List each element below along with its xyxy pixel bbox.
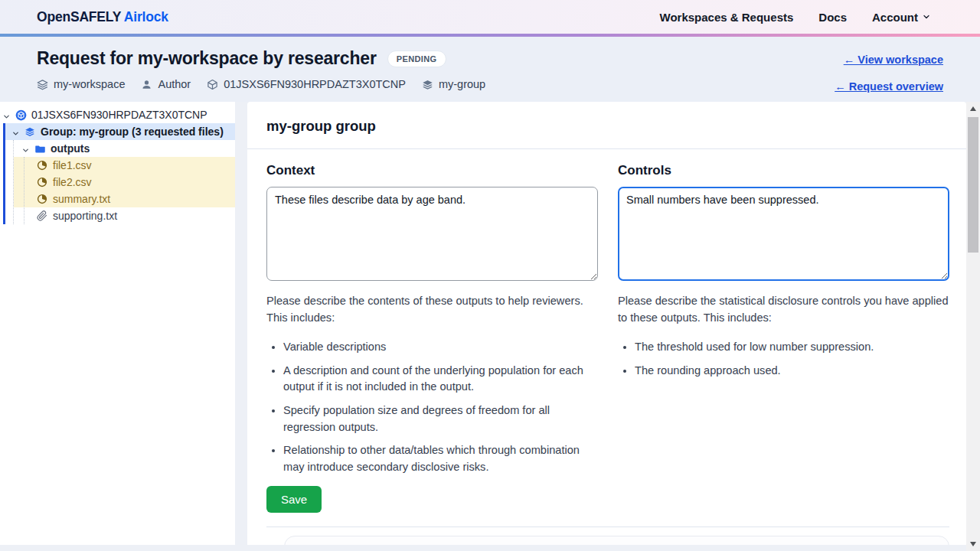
tree-item-file2-csv[interactable]: file2.csv [14,174,235,191]
controls-help-item: The threshold used for low number suppre… [635,339,949,356]
nav-link-workspaces[interactable]: Workspaces & Requests [660,11,794,24]
user-icon [141,79,152,90]
tree-item-file1-csv[interactable]: file1.csv [14,157,235,174]
brand-secondary: Airlock [124,9,168,24]
tree-item-label: file2.csv [53,176,92,188]
request-meta-row: my-workspace Author 01JSXS6FN930HRPDAZT3… [37,78,485,90]
group-detail-panel: my-group group Context These files descr… [247,102,966,545]
cube-icon [207,79,218,90]
controls-help-text: Please describe the statistical disclosu… [618,293,949,326]
top-navbar: OpenSAFELY Airlock Workspaces & Requests… [0,0,980,34]
controls-column: Controls Small numbers have been suppres… [618,163,949,475]
request-header-left: Request for my-workspace by researcher P… [37,48,485,102]
output-file-icon [37,177,48,188]
context-column: Context These files describe data by age… [266,163,598,475]
meta-workspace-label: my-workspace [54,78,125,90]
brand-logo[interactable]: OpenSAFELY Airlock [37,9,168,25]
layers-filled-icon [422,79,433,90]
meta-author: Author [141,78,191,90]
file-tree-sidebar: 01JSXS6FN930HRPDAZT3X0TCNP Group: my-gro… [0,102,235,545]
nav-link-account[interactable]: Account [872,11,931,24]
context-help-item: Variable descriptions [283,339,598,356]
meta-request-id: 01JSXS6FN930HRPDAZT3X0TCNP [207,78,406,90]
tree-guide-line [24,157,24,224]
paperclip-icon [37,210,48,222]
group-panel-title: my-group group [247,102,966,148]
request-header: Request for my-workspace by researcher P… [0,37,980,102]
file-tree: 01JSXS6FN930HRPDAZT3X0TCNP Group: my-gro… [0,102,235,224]
scrollbar[interactable] [966,102,980,551]
cube-badge-icon [15,109,27,121]
brand-primary: OpenSAFELY [37,9,121,24]
tree-item-request-root[interactable]: 01JSXS6FN930HRPDAZT3X0TCNP [0,106,235,123]
meta-workspace: my-workspace [37,78,125,90]
controls-heading: Controls [618,163,949,178]
nav-links: Workspaces & Requests Docs Account [660,11,931,24]
tree-item-label: Group: my-group (3 requested files) [41,126,224,138]
output-file-icon [37,160,48,171]
controls-textarea[interactable]: Small numbers have been suppressed. [618,187,949,281]
tree-item-label: 01JSXS6FN930HRPDAZT3X0TCNP [31,109,207,121]
chevron-down-icon[interactable] [2,111,11,119]
context-textarea[interactable]: These files describe data by age band. [266,187,598,281]
meta-group: my-group [422,78,485,90]
tree-item-label: file1.csv [53,159,92,171]
tree-item-group-my-group[interactable]: Group: my-group (3 requested files) [5,123,235,140]
tree-item-label: supporting.txt [53,210,117,222]
tree-item-label: summary.txt [53,193,110,205]
scrollbar-thumb[interactable] [968,117,978,253]
layers-icon [37,79,48,90]
scrollbar-up-arrow[interactable] [970,106,976,111]
tree-guide-line-selected [3,123,5,224]
chevron-down-icon[interactable] [11,128,20,136]
tree-item-label: outputs [51,142,90,155]
tree-item-summary-txt[interactable]: summary.txt [14,191,235,207]
request-header-links: ← View workspace ← Request overview [835,48,943,102]
meta-author-label: Author [158,78,191,90]
scrollbar-down-arrow[interactable] [970,542,976,546]
request-overview-link[interactable]: ← Request overview [835,80,943,93]
context-controls-form: Context These files describe data by age… [247,149,966,475]
nav-link-docs[interactable]: Docs [818,11,847,24]
chevron-down-icon [922,12,931,21]
context-help-text: Please describe the contents of these ou… [266,293,598,326]
context-heading: Context [266,163,598,178]
context-help-list: Variable descriptions A description and … [266,339,598,475]
controls-help-list: The threshold used for low number suppre… [618,339,949,379]
controls-help-item: The rounding approach used. [635,363,949,380]
view-workspace-link[interactable]: ← View workspace [844,54,943,66]
status-badge: PENDING [387,51,446,67]
nav-account-label: Account [872,11,918,24]
save-button[interactable]: Save [266,486,322,513]
divider [266,527,949,527]
page-title: Request for my-workspace by researcher [37,48,377,69]
page-body: 01JSXS6FN930HRPDAZT3X0TCNP Group: my-gro… [0,102,980,551]
output-file-icon [37,194,48,205]
layers-filled-icon [24,126,36,138]
meta-request-id-label: 01JSXS6FN930HRPDAZT3X0TCNP [224,78,406,90]
tree-item-outputs-folder[interactable]: outputs [0,140,235,157]
context-help-item: Specify population size and degrees of f… [283,403,598,435]
context-help-item: A description and count of the underlyin… [283,363,598,396]
folder-icon [34,143,46,155]
tree-guide-line [13,140,14,224]
chevron-down-icon[interactable] [21,145,30,153]
tree-item-supporting-txt[interactable]: supporting.txt [0,207,235,224]
meta-group-label: my-group [439,78,485,90]
next-section-panel [284,536,949,545]
context-help-item: Relationship to other data/tables which … [283,442,598,475]
